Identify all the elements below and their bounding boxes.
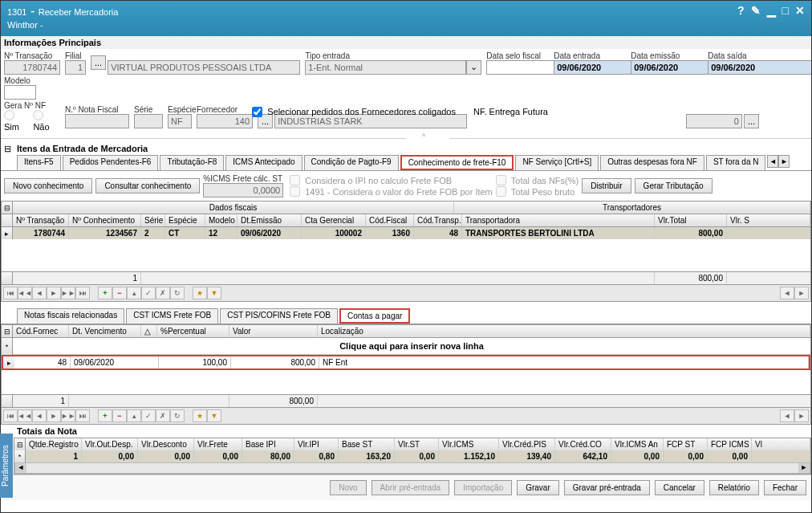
- nav2-next-page[interactable]: ►►: [61, 409, 75, 422]
- nav-next[interactable]: ►: [47, 287, 61, 299]
- grid2-row[interactable]: ▸ 48 09/06/2020 100,00 800,00 NF Ent: [2, 355, 810, 370]
- icms-frete-input[interactable]: [203, 183, 283, 197]
- nav-first[interactable]: ⏮: [3, 287, 18, 299]
- tipo-entrada-dropdown[interactable]: ⌄: [466, 60, 481, 75]
- gera-nf-sim[interactable]: [4, 110, 14, 120]
- nav2-next[interactable]: ►: [47, 409, 61, 422]
- col-vlr-s[interactable]: Vlr. S: [727, 214, 810, 226]
- tab-itens[interactable]: Itens-F5: [17, 155, 61, 170]
- nav2-first[interactable]: ⏮: [3, 409, 18, 422]
- nav-check[interactable]: ✓: [141, 287, 156, 299]
- selecionar-pedidos-checkbox[interactable]: [252, 107, 262, 117]
- tab-icms[interactable]: ICMS Antecipado: [225, 155, 302, 170]
- tab-conhecimento-frete[interactable]: Conhecimento de frete-F10: [400, 155, 514, 170]
- filial-lookup-button[interactable]: ...: [91, 55, 106, 70]
- col-cod-fornec[interactable]: Cód.Fornec: [13, 325, 69, 337]
- nav-bookmark[interactable]: ★: [193, 287, 207, 299]
- gravar-pre-entrada-button[interactable]: Gravar pré-entrada: [564, 480, 650, 495]
- col-especie[interactable]: Espécie: [165, 214, 205, 226]
- col-sort[interactable]: △: [141, 325, 157, 337]
- subtab-notas[interactable]: Notas fiscais relacionadas: [17, 308, 124, 324]
- sidebar-parametros[interactable]: Parâmetros: [0, 434, 13, 498]
- totals-row[interactable]: * 1 0,00 0,00 0,00 80,00 0,80 163,20 0,0…: [14, 450, 810, 462]
- nav-last[interactable]: ⏭: [75, 287, 90, 299]
- col-num-conhec[interactable]: Nº Conhecimento: [69, 214, 141, 226]
- subtab-cst-pis[interactable]: CST PIS/COFINS Frete FOB: [220, 308, 338, 324]
- close-icon[interactable]: ✕: [795, 4, 805, 17]
- modelo-input[interactable]: [4, 85, 36, 100]
- fornecedor-cod-input[interactable]: [197, 114, 253, 128]
- edit-icon[interactable]: ✎: [751, 4, 761, 17]
- collapse-icon[interactable]: ⊟: [1, 144, 14, 154]
- help-icon[interactable]: ?: [737, 4, 745, 17]
- tab-condicao[interactable]: Condição de Pagto-F9: [304, 155, 399, 170]
- tab-nf-servico[interactable]: NF Serviço [Crtl+S]: [515, 155, 599, 170]
- num-nota-input[interactable]: [65, 114, 129, 128]
- col-serie[interactable]: Série: [141, 214, 165, 226]
- scroll2-right[interactable]: ►: [794, 409, 809, 422]
- gerar-tributacao-button[interactable]: Gerar Tributação: [635, 178, 713, 193]
- insert-hint[interactable]: Clique aqui para inserir nova linha: [13, 338, 810, 355]
- col-cod-fiscal[interactable]: Cód.Fiscal: [366, 214, 414, 226]
- grid2-corner[interactable]: ⊟: [2, 325, 13, 337]
- col-vlr-total[interactable]: Vlr.Total: [655, 214, 727, 226]
- chk-total-nf[interactable]: [496, 175, 506, 185]
- nav-prev[interactable]: ◄: [32, 287, 47, 299]
- nav2-add[interactable]: +: [98, 409, 112, 422]
- distribuir-button[interactable]: Distribuir: [582, 178, 631, 193]
- nav-cancel[interactable]: ✗: [156, 287, 170, 299]
- totals-scroll[interactable]: ◄►: [14, 462, 810, 474]
- nav2-prev[interactable]: ◄: [32, 409, 47, 422]
- consultar-conhecimento-button[interactable]: Consultar conhecimento: [95, 178, 200, 193]
- relatorio-button[interactable]: Relatório: [709, 480, 759, 495]
- scroll-right[interactable]: ►: [794, 287, 809, 299]
- minimize-icon[interactable]: ▁: [767, 4, 776, 17]
- nav-add[interactable]: +: [98, 287, 112, 299]
- col-modelo[interactable]: Modelo: [205, 214, 238, 226]
- nav2-delete[interactable]: −: [112, 409, 127, 422]
- col-cta-gerencial[interactable]: Cta Gerencial: [302, 214, 366, 226]
- nav2-check[interactable]: ✓: [141, 409, 156, 422]
- col-cod-transp[interactable]: Cód.Transp.: [414, 214, 462, 226]
- nav-prev-page[interactable]: ◄◄: [18, 287, 32, 299]
- nav2-last[interactable]: ⏭: [75, 409, 90, 422]
- col-percentual[interactable]: %Percentual: [157, 325, 229, 337]
- serie-input[interactable]: [134, 114, 163, 128]
- num-transacao-input[interactable]: [4, 60, 60, 75]
- nav-delete[interactable]: −: [112, 287, 127, 299]
- cancelar-button[interactable]: Cancelar: [655, 480, 704, 495]
- chk-1491[interactable]: [290, 186, 300, 197]
- nav2-refresh[interactable]: ↻: [170, 409, 185, 422]
- grid1-row[interactable]: ▸ 1780744 1234567 2 CT 12 09/06/2020 100…: [2, 227, 810, 239]
- nav2-bookmark[interactable]: ★: [193, 409, 207, 422]
- col-num-transacao[interactable]: Nº Transação: [13, 214, 69, 226]
- col-localizacao[interactable]: Localização: [318, 325, 810, 337]
- tab-st[interactable]: ST fora da N: [706, 155, 766, 170]
- gravar-button[interactable]: Gravar: [517, 480, 559, 495]
- tab-pedidos[interactable]: Pedidos Pendentes-F6: [63, 155, 159, 170]
- maximize-icon[interactable]: □: [782, 4, 789, 17]
- nav-edit[interactable]: ▴: [127, 287, 141, 299]
- scroll2-left[interactable]: ◄: [780, 409, 794, 422]
- nav-filter[interactable]: ▼: [207, 287, 221, 299]
- subtab-contas-pagar[interactable]: Contas a pagar: [339, 308, 410, 324]
- subtab-cst-icms[interactable]: CST ICMS Frete FOB: [126, 308, 218, 324]
- totals-corner[interactable]: ⊟: [14, 438, 26, 450]
- tab-nav-right[interactable]: ►: [778, 155, 790, 168]
- col-dt-emissao[interactable]: Dt.Emissão: [238, 214, 302, 226]
- nav2-prev-page[interactable]: ◄◄: [18, 409, 32, 422]
- nav2-cancel[interactable]: ✗: [156, 409, 170, 422]
- col-valor[interactable]: Valor: [229, 325, 318, 337]
- scroll-left[interactable]: ◄: [780, 287, 794, 299]
- nav2-filter[interactable]: ▼: [207, 409, 221, 422]
- gera-nf-nao[interactable]: [33, 110, 43, 120]
- nav-next-page[interactable]: ►►: [61, 287, 75, 299]
- nav2-edit[interactable]: ▴: [127, 409, 141, 422]
- valor-lookup-button[interactable]: ...: [744, 114, 759, 128]
- especie-input[interactable]: [168, 114, 192, 128]
- tab-outras[interactable]: Outras despesas fora NF: [600, 155, 704, 170]
- tipo-entrada-select[interactable]: [305, 60, 466, 75]
- novo-conhecimento-button[interactable]: Novo conhecimento: [4, 178, 92, 193]
- col-transportadora[interactable]: Transportadora: [462, 214, 655, 226]
- nav-refresh[interactable]: ↻: [170, 287, 185, 299]
